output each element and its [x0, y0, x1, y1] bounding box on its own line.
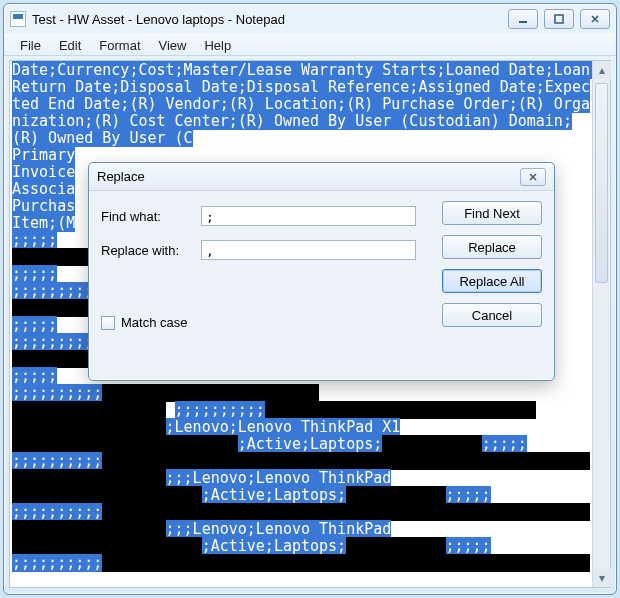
redacted: XXXXXXXXXXXXXXXXXXXXXXXX: [102, 384, 319, 402]
redacted: XXXXXXXXXXX: [382, 435, 481, 453]
match-case-checkbox[interactable]: [101, 316, 115, 330]
replace-button[interactable]: Replace: [442, 235, 542, 259]
replace-row: Replace with:: [101, 239, 416, 261]
redacted: XXXXXXXXXXXXXXXXX: [12, 469, 166, 487]
frag: Primary: [12, 146, 75, 164]
titlebar[interactable]: Test - HW Asset - Lenovo laptops - Notep…: [4, 4, 616, 34]
tail: ;;;;;: [482, 435, 527, 453]
dialog-body: Find what: Replace with: Match case Find…: [89, 191, 554, 380]
scroll-thumb[interactable]: [595, 83, 608, 283]
product: ;Lenovo;Lenovo ThinkPad X1: [166, 418, 401, 436]
replace-input[interactable]: [201, 240, 416, 260]
scroll-down-icon[interactable]: ▾: [593, 569, 611, 587]
redacted: XXXXXXXXXXX: [346, 537, 445, 555]
redacted: XXXXXXXXXXXXXXXXXXXXXXXXXXXXXXXXXXXXXXXX…: [102, 554, 590, 572]
redacted: XXXXXXXXXXXXXXXXXXXXXXXXXXXXXXXXXXXXXXXX…: [102, 503, 590, 521]
tail: ;;;;;: [12, 316, 57, 334]
redacted: XXXXXXXXXXXXXXXXX: [12, 418, 166, 436]
find-row: Find what:: [101, 205, 416, 227]
semicolons: ;;;;;;;;;;: [12, 452, 102, 470]
tail: ;;;;;: [12, 231, 57, 249]
semicolons: ;;;;;;;;;;: [175, 401, 265, 419]
product: ;Active;Laptops;: [238, 435, 383, 453]
redacted: XXXXXXXXXXXXXXXXXXXXXXXXX: [12, 435, 238, 453]
window-title: Test - HW Asset - Lenovo laptops - Notep…: [32, 12, 502, 27]
maximize-button[interactable]: [544, 9, 574, 29]
product: ;Active;Laptops;: [202, 486, 347, 504]
frag: Associa: [12, 180, 75, 198]
match-case-label: Match case: [121, 315, 187, 330]
redacted: XXXXXXXXXXX: [346, 486, 445, 504]
redacted: XXXXXXXXXXXXXXXXXXXXXXXXXXXXXXXXXXXXXXXX…: [102, 452, 590, 470]
replace-all-button[interactable]: Replace All: [442, 269, 542, 293]
frag: Invoice: [12, 163, 75, 181]
dialog-buttons: Find Next Replace Replace All Cancel: [442, 201, 542, 327]
semicolons: ;;;;;;;;;;: [12, 503, 102, 521]
find-label: Find what:: [101, 209, 201, 224]
svg-rect-0: [519, 21, 527, 23]
vertical-scrollbar[interactable]: ▴ ▾: [592, 61, 610, 587]
frag: Item;(M: [12, 214, 75, 232]
frag: Purchas: [12, 197, 75, 215]
menu-file[interactable]: File: [12, 36, 49, 55]
menubar: File Edit Format View Help: [4, 34, 616, 56]
match-case-row: Match case: [101, 315, 187, 330]
scroll-up-icon[interactable]: ▴: [593, 61, 611, 79]
redacted: XXXXXXXXXXXXXXXXX: [12, 401, 166, 419]
dialog-close-button[interactable]: [520, 168, 546, 186]
tail: ;;;;;: [12, 265, 57, 283]
find-input[interactable]: [201, 206, 416, 226]
minimize-button[interactable]: [508, 9, 538, 29]
find-next-button[interactable]: Find Next: [442, 201, 542, 225]
selected-text: Date;Currency;Cost;Master/Lease Warranty…: [12, 61, 592, 147]
tail: ;;;;;: [12, 367, 57, 385]
semicolons: ;;;;;;;;;;: [12, 554, 102, 572]
dialog-title: Replace: [97, 169, 520, 184]
notepad-window: Test - HW Asset - Lenovo laptops - Notep…: [3, 3, 617, 595]
redacted: XXXXXXXXXXXXXXXXXXXXX: [12, 537, 202, 555]
tail: ;;;;;: [446, 486, 491, 504]
redacted: XXXXXXXXXXXXXXXXXXXXX: [12, 486, 202, 504]
product: ;Active;Laptops;: [202, 537, 347, 555]
notepad-icon: [10, 11, 26, 27]
dialog-titlebar[interactable]: Replace: [89, 163, 554, 191]
tail: ;;;;;: [446, 537, 491, 555]
replace-dialog: Replace Find what: Replace with: Match c…: [88, 162, 555, 381]
close-icon: [528, 172, 538, 182]
window-buttons: [508, 9, 610, 29]
menu-format[interactable]: Format: [91, 36, 148, 55]
product: ;;;Lenovo;Lenovo ThinkPad: [166, 520, 392, 538]
close-button[interactable]: [580, 9, 610, 29]
redacted: XXXXXXXXXXXXXXXXXXXXXXXXXXXXXX: [265, 401, 536, 419]
menu-edit[interactable]: Edit: [51, 36, 89, 55]
cancel-button[interactable]: Cancel: [442, 303, 542, 327]
menu-view[interactable]: View: [151, 36, 195, 55]
product: ;;;Lenovo;Lenovo ThinkPad: [166, 469, 392, 487]
semicolons: ;;;;;;;;;;: [12, 384, 102, 402]
menu-help[interactable]: Help: [196, 36, 239, 55]
svg-rect-1: [555, 15, 563, 23]
replace-label: Replace with:: [101, 243, 201, 258]
redacted: XXXXXXXXXXXXXXXXX: [12, 520, 166, 538]
